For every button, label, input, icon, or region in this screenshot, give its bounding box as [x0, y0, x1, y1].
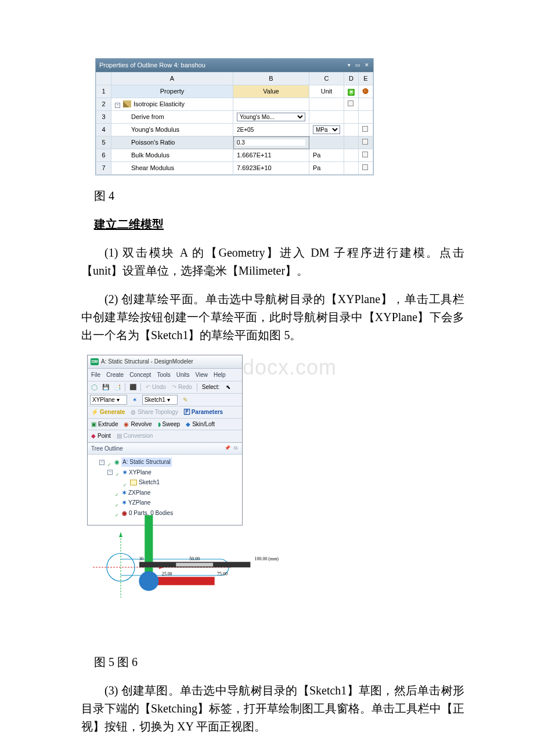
filter-x-icon[interactable]: ✕	[348, 89, 355, 96]
shear-value: 7.6923E+10	[233, 162, 309, 175]
tree-zxplane[interactable]: ✶ ZXPlane	[107, 488, 239, 498]
sketch-select[interactable]: Sketch1 ▾	[142, 395, 178, 405]
svg-rect-10	[139, 563, 176, 567]
paragraph-2: (2) 创建草绘平面。单击选中导航树目录的【XYPlane】，单击工具栏中创建草…	[81, 290, 464, 344]
properties-panel: Properties of Outline Row 4: banshou ▾ ▭…	[95, 58, 374, 175]
derive-select[interactable]: Young's Mo...	[237, 113, 305, 121]
figure4-caption: 图 4	[94, 187, 464, 205]
undo-button[interactable]: ↶Undo	[145, 383, 167, 392]
menu-help[interactable]: Help	[214, 370, 226, 380]
menu-file[interactable]: File	[91, 370, 100, 380]
skin-button[interactable]: ◆Skin/Loft	[185, 420, 216, 429]
restore-icon[interactable]: ▭	[355, 62, 361, 69]
redo-button[interactable]: ↷Redo	[171, 383, 193, 392]
menu-create[interactable]: Create	[106, 370, 124, 380]
checkbox[interactable]	[362, 126, 368, 132]
filter-link-icon[interactable]: 🅟	[362, 88, 369, 95]
dm-toolbar-1: ◯ 💾 📑 ⬛ ↶Undo ↷Redo Select: ⬉	[88, 381, 242, 394]
bulk-value: 1.6667E+11	[233, 149, 309, 162]
row-num: 3	[96, 111, 111, 124]
dropdown-icon[interactable]: ▾	[346, 62, 352, 69]
parameters-button[interactable]: 🄿 Parameters	[183, 408, 224, 417]
new-icon[interactable]: ◯	[90, 383, 98, 391]
col-B: B	[233, 73, 309, 85]
header-unit: Unit	[309, 85, 344, 98]
extrude-button[interactable]: ▣Extrude	[90, 420, 119, 429]
sweep-button[interactable]: ◗Sweep	[157, 420, 182, 429]
row-num: 2	[96, 98, 111, 111]
menu-view[interactable]: View	[196, 370, 208, 380]
select-mode-icon[interactable]: ⬛	[129, 383, 137, 391]
revolve-button[interactable]: ◉Revolve	[122, 420, 153, 429]
prop-shear: Shear Modulus	[111, 162, 233, 175]
scale-bar: 0.00 50.00 100.00 (mm) 25.00 75.00	[139, 519, 296, 617]
svg-text:75.00: 75.00	[217, 571, 228, 577]
properties-table: A B C D E 1 Property Value Unit ✕ 🅟 2 − …	[96, 72, 373, 175]
section-heading: 建立二维模型	[94, 215, 464, 233]
plane-select[interactable]: XYPlane ▾	[90, 395, 127, 405]
tree-sketch1[interactable]: Sketch1	[116, 477, 239, 488]
tree-root[interactable]: −◉ A: Static Structural	[99, 457, 239, 467]
prop-bulk: Bulk Modulus	[111, 149, 233, 162]
svg-rect-12	[213, 563, 250, 567]
figure56-caption: 图 5 图 6	[94, 653, 464, 671]
col-D: D	[344, 73, 359, 85]
young-unit[interactable]: MPa	[313, 125, 340, 134]
dm-toolbar-2: XYPlane ▾ ✶ Sketch1 ▾ ✎	[88, 394, 242, 407]
tree-title: Tree Outline	[91, 444, 123, 453]
point-button[interactable]: ◆Point	[90, 431, 112, 441]
checkbox[interactable]	[348, 100, 353, 106]
save2-icon[interactable]: 📑	[113, 383, 121, 391]
checkbox[interactable]	[362, 139, 368, 145]
new-sketch-icon[interactable]: ✎	[181, 396, 189, 404]
sketch-icon	[130, 480, 137, 485]
dm-toolbar-4: ▣Extrude ◉Revolve ◗Sweep ◆Skin/Loft	[88, 419, 242, 431]
svg-text:25.00: 25.00	[162, 571, 172, 577]
menu-concept[interactable]: Concept	[129, 370, 151, 380]
save-icon[interactable]: 💾	[102, 383, 110, 391]
young-value[interactable]	[237, 127, 305, 133]
header-property: Property	[111, 85, 233, 98]
svg-text:100.00 (mm): 100.00 (mm)	[255, 557, 279, 562]
menu-units[interactable]: Units	[176, 370, 190, 380]
properties-title: Properties of Outline Row 4: banshou	[99, 60, 205, 70]
prop-isotropic[interactable]: − Isotropic Elasticity	[111, 98, 233, 111]
dm-title: A: Static Structural - DesignModeler	[101, 357, 193, 366]
pin-icon[interactable]: 📌	[225, 446, 230, 452]
row-num: 5	[96, 136, 111, 149]
dm-menubar: File Create Concept Tools Units View Hel…	[88, 369, 242, 382]
row-num: 6	[96, 149, 111, 162]
bulk-unit: Pa	[309, 149, 344, 162]
col-E: E	[359, 73, 373, 85]
svg-text:50.00: 50.00	[189, 557, 200, 562]
properties-titlebar: Properties of Outline Row 4: banshou ▾ ▭…	[96, 59, 373, 72]
shear-unit: Pa	[309, 162, 344, 175]
new-plane-icon[interactable]: ✶	[131, 396, 139, 404]
cursor-icon[interactable]: ⬉	[224, 383, 232, 391]
dm-app-icon: DM	[91, 358, 99, 365]
conversion-button[interactable]: ▤ Conversion	[116, 431, 154, 441]
prop-poisson: Poisson's Ratio	[111, 136, 233, 149]
prop-derive: Derive from	[111, 111, 233, 124]
tree-xyplane[interactable]: −✶ XYPlane	[107, 467, 239, 478]
select-label: Select:	[201, 383, 221, 392]
col-A: A	[111, 73, 233, 85]
dm-toolbar-3: ⚡Generate ◍ Share Topology 🄿 Parameters	[88, 406, 242, 419]
checkbox[interactable]	[362, 164, 368, 170]
poisson-value[interactable]	[237, 139, 305, 146]
header-value: Value	[233, 85, 309, 98]
dm-toolbar-5: ◆Point ▤ Conversion	[88, 430, 242, 442]
paragraph-3: (3) 创建草图。单击选中导航树目录的【Sketch1】草图，然后单击树形目录下…	[81, 682, 464, 736]
sketch-viewport: 0.00 50.00 100.00 (mm) 25.00 75.00	[87, 516, 244, 615]
svg-rect-11	[176, 563, 214, 567]
prop-young: Young's Modulus	[111, 124, 233, 136]
generate-button[interactable]: ⚡Generate	[90, 408, 126, 417]
share-topology-button[interactable]: ◍ Share Topology	[129, 408, 179, 417]
row-num: 7	[96, 162, 111, 175]
menu-tools[interactable]: Tools	[157, 370, 170, 380]
col-C: C	[309, 73, 344, 85]
close-icon[interactable]: ✕	[363, 62, 370, 69]
dm-titlebar: DM A: Static Structural - DesignModeler	[88, 355, 242, 369]
checkbox[interactable]	[362, 152, 368, 157]
svg-text:0.00: 0.00	[139, 557, 143, 562]
